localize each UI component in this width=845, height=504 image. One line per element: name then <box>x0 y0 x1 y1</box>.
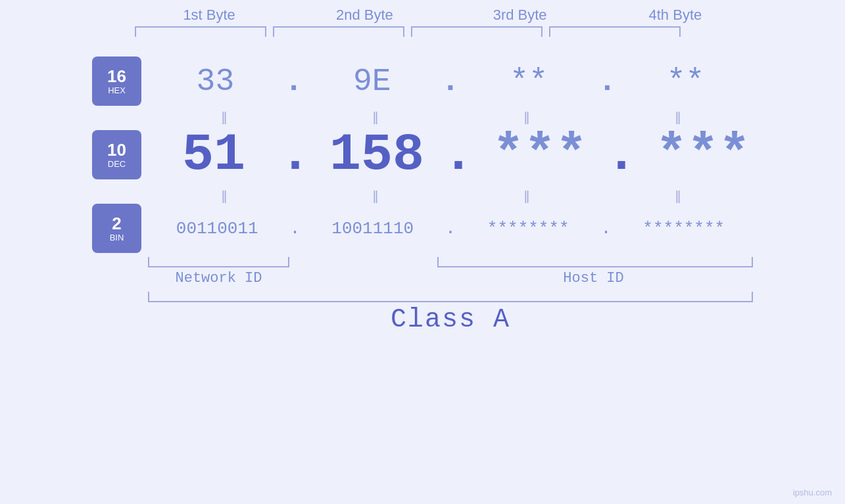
byte-header-3: 3rd Byte <box>454 7 586 24</box>
hex-dot-1: . <box>284 64 303 99</box>
dec-row: 10 DEC 51 . 158 . *** . *** <box>92 125 753 185</box>
bin-b1: 00110011 <box>151 219 283 239</box>
hex-values: 33 . 9E . ** . ** <box>148 64 753 99</box>
dec-b1: 51 <box>148 125 279 185</box>
byte-header-4: 4th Byte <box>610 7 741 24</box>
dec-badge-label: DEC <box>108 160 126 168</box>
eq1-b2: || <box>309 110 441 125</box>
eq2-b2: || <box>309 189 441 204</box>
byte-header-2: 2nd Byte <box>299 7 430 24</box>
hex-dot-2: . <box>441 64 460 99</box>
dec-b4: *** <box>637 125 769 185</box>
class-label: Class A <box>391 305 510 334</box>
class-bracket-row <box>92 292 753 302</box>
hex-b4: ** <box>620 64 752 99</box>
bin-dot-3: . <box>601 219 612 239</box>
dec-badge: 10 DEC <box>92 130 141 179</box>
bracket-4 <box>549 26 681 37</box>
class-label-row: Class A <box>92 305 753 334</box>
host-bracket <box>437 257 753 267</box>
dec-values: 51 . 158 . *** . *** <box>148 125 769 185</box>
bin-values: 00110011 . 10011110 . ******** . *******… <box>148 219 753 239</box>
equals-row-2: || || || || <box>92 189 753 204</box>
hex-badge: 16 HEX <box>92 57 141 106</box>
hex-badge-label: HEX <box>108 86 126 95</box>
top-brackets <box>92 26 753 37</box>
hex-b3: ** <box>463 64 594 99</box>
dec-b3: *** <box>474 125 606 185</box>
dec-b2: 158 <box>311 125 443 185</box>
bracket-3 <box>411 26 543 37</box>
eq2-b1: || <box>158 189 289 204</box>
main-container: 1st Byte 2nd Byte 3rd Byte 4th Byte 16 H… <box>0 0 845 504</box>
hex-badge-num: 16 <box>107 68 126 85</box>
bracket-2 <box>273 26 404 37</box>
bin-dot-2: . <box>445 219 456 239</box>
equals-row-1: || || || || <box>92 110 753 125</box>
bracket-1 <box>135 26 266 37</box>
dec-badge-num: 10 <box>107 141 126 158</box>
bin-badge-label: BIN <box>110 233 124 242</box>
bin-badge-num: 2 <box>112 215 121 232</box>
eq1-b3: || <box>460 110 592 125</box>
id-labels-row: Network ID Host ID <box>92 270 753 286</box>
eq1-b4: || <box>612 110 743 125</box>
hex-b1: 33 <box>149 64 281 99</box>
network-bracket <box>148 257 289 267</box>
eq1-b1: || <box>158 110 289 125</box>
bin-b4: ******** <box>618 219 750 239</box>
bin-row: 2 BIN 00110011 . 10011110 . ******** . *… <box>92 204 753 253</box>
hex-b2: 9E <box>306 64 438 99</box>
dec-dot-2: . <box>443 125 474 185</box>
bin-badge: 2 BIN <box>92 204 141 253</box>
hex-dot-3: . <box>598 64 617 99</box>
dec-dot-1: . <box>279 125 311 185</box>
host-id-label: Host ID <box>434 270 753 286</box>
network-id-label: Network ID <box>148 270 289 286</box>
dec-dot-3: . <box>606 125 637 185</box>
bin-dot-1: . <box>290 219 301 239</box>
byte-header-1: 1st Byte <box>143 7 275 24</box>
eq2-b3: || <box>460 189 592 204</box>
eq2-b4: || <box>612 189 743 204</box>
watermark: ipshu.com <box>793 488 832 497</box>
hex-row: 16 HEX 33 . 9E . ** . ** <box>92 57 753 106</box>
bin-b3: ******** <box>462 219 594 239</box>
byte-headers: 1st Byte 2nd Byte 3rd Byte 4th Byte <box>92 7 753 24</box>
bin-b2: 10011110 <box>307 219 439 239</box>
bottom-brackets <box>92 257 753 267</box>
class-bracket <box>148 292 753 302</box>
